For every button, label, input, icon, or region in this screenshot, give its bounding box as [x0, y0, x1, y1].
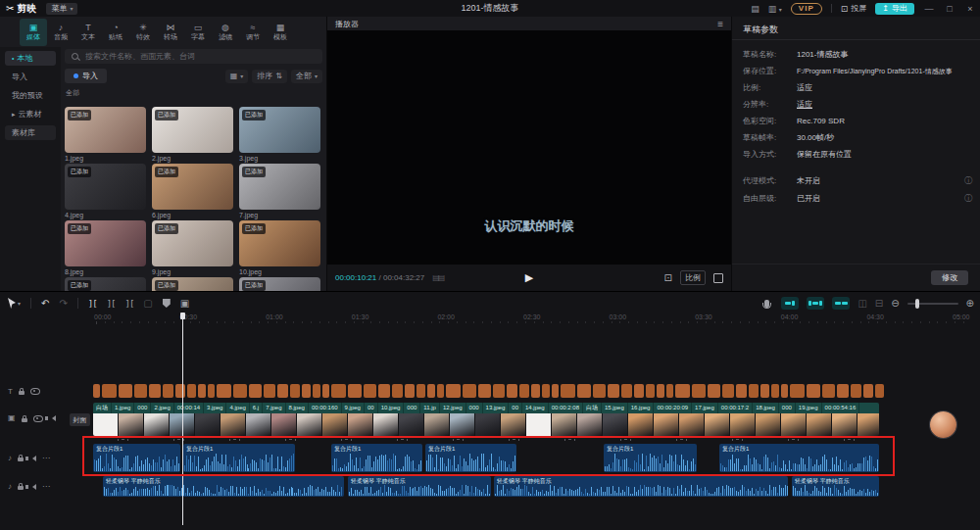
audio-clip[interactable]: 复合片段1 [604, 444, 697, 472]
media-thumbnail[interactable]: 已添加 [152, 277, 233, 291]
auto-snap-toggle[interactable] [807, 297, 824, 310]
subtitle-clip[interactable] [163, 384, 173, 398]
split-view-icon[interactable]: ▤▤ [432, 273, 443, 282]
tab-文本[interactable]: T文本 [74, 19, 102, 46]
subtitle-clip[interactable] [519, 384, 529, 398]
subtitle-clip[interactable] [675, 384, 690, 398]
minimize-button[interactable]: — [923, 4, 935, 14]
info-icon[interactable]: ⓘ [964, 175, 972, 186]
subtitle-clip[interactable] [264, 384, 275, 398]
media-thumbnail[interactable]: 已添加 [65, 107, 146, 153]
maximize-button[interactable]: □ [944, 4, 956, 14]
subtitle-clip[interactable] [781, 384, 788, 398]
more-icon[interactable]: ⋯ [42, 483, 50, 491]
sidebar-item-素材库[interactable]: 素材库 [5, 125, 56, 140]
vip-badge[interactable]: VIP [791, 3, 822, 15]
lock-icon[interactable] [22, 418, 27, 422]
tab-字幕[interactable]: ▭字幕 [184, 19, 212, 46]
subtitle-clip[interactable] [837, 384, 849, 398]
tab-音频[interactable]: ♪音频 [47, 19, 74, 46]
media-thumbnail[interactable]: 已添加 [65, 164, 146, 210]
subtitle-clip[interactable] [348, 384, 362, 398]
close-button[interactable]: × [964, 4, 976, 14]
field-value[interactable]: 适应 [797, 99, 812, 110]
video-track[interactable] [93, 413, 879, 436]
sidebar-item-云素材[interactable]: ▸云素材 [5, 107, 56, 121]
media-item[interactable]: 已添加1.jpeg [65, 107, 146, 162]
subtitle-clip[interactable] [552, 384, 559, 398]
media-thumbnail[interactable]: 已添加 [152, 107, 233, 153]
video-clip-thumbnail[interactable] [679, 413, 704, 436]
subtitle-clip[interactable] [217, 384, 231, 398]
view-mode-button[interactable]: ▦▾ [225, 70, 249, 83]
subtitle-clip[interactable] [119, 384, 132, 398]
video-clip-thumbnail[interactable] [807, 413, 831, 436]
lock-icon[interactable] [18, 458, 24, 461]
video-clip-thumbnail[interactable] [832, 413, 857, 436]
media-item[interactable]: 已添加3.jpeg [239, 107, 320, 162]
zoom-in-button[interactable]: ⊕ [966, 298, 974, 309]
sidebar-item-导入[interactable]: 导入 [5, 70, 56, 84]
media-thumbnail[interactable]: 已添加 [152, 164, 233, 210]
video-clip-thumbnail[interactable] [654, 413, 678, 436]
subtitle-clip[interactable] [542, 384, 550, 398]
split-button[interactable]: ][ [88, 299, 97, 309]
subtitle-clip[interactable] [416, 384, 425, 398]
video-clip-thumbnail[interactable] [526, 413, 551, 436]
video-clip-thumbnail[interactable] [705, 413, 729, 436]
import-button[interactable]: 导入 [65, 69, 107, 83]
subtitle-clip[interactable] [822, 384, 835, 398]
subtitle-clip[interactable] [577, 384, 591, 398]
export-button[interactable]: ↥ 导出 [875, 3, 914, 15]
tab-调节[interactable]: ≈调节 [239, 19, 267, 46]
visibility-icon[interactable] [33, 415, 43, 422]
subtitle-clip[interactable] [771, 384, 779, 398]
menu-button[interactable]: 菜单▾ [46, 3, 77, 15]
subtitle-clip[interactable] [851, 384, 861, 398]
subtitle-clip[interactable] [331, 384, 346, 398]
audio-clip[interactable]: 复合片段1 [425, 444, 516, 472]
audio-clip[interactable]: 复合片段1 [331, 444, 422, 472]
tab-转场[interactable]: ⋈转场 [157, 19, 184, 46]
video-clip-thumbnail[interactable] [322, 413, 347, 436]
subtitle-clip[interactable] [875, 384, 884, 398]
subtitle-clip[interactable] [233, 384, 247, 398]
tab-贴纸[interactable]: ◔贴纸 [102, 19, 129, 46]
cast-button[interactable]: ⊡ 投屏 [841, 3, 867, 14]
audio-clip[interactable]: 复合片段1 [719, 444, 879, 472]
tab-特效[interactable]: ✳特效 [129, 19, 157, 46]
subtitle-clip[interactable] [208, 384, 215, 398]
audio-clip[interactable]: 轻柔钢琴 平静纯音乐 [103, 476, 344, 497]
video-clip-thumbnail[interactable] [348, 413, 372, 436]
video-viewport[interactable]: 认识沉默的时候 [327, 30, 731, 265]
video-track-label-strip[interactable]: 白场1.jpeg0002.jpeg00:00:143.jpeg4.jpeg6.j… [93, 403, 879, 413]
subtitle-clip[interactable] [790, 384, 805, 398]
media-thumbnail[interactable]: 已添加 [239, 220, 320, 266]
subtitle-clip[interactable] [249, 384, 262, 398]
media-item[interactable]: 已添加 [65, 277, 146, 291]
subtitle-clip[interactable] [666, 384, 673, 398]
subtitle-clip[interactable] [493, 384, 505, 398]
media-item[interactable]: 已添加 [152, 277, 233, 291]
subtitle-clip[interactable] [427, 384, 435, 398]
mute-icon[interactable] [32, 456, 36, 461]
media-item[interactable]: 已添加 [239, 277, 320, 291]
delete-left-button[interactable]: ][ [107, 299, 116, 309]
media-thumbnail[interactable]: 已添加 [65, 277, 146, 291]
subtitle-clip[interactable] [302, 384, 311, 398]
video-clip-thumbnail[interactable] [858, 413, 879, 436]
subtitle-clip[interactable] [708, 384, 720, 398]
video-clip-thumbnail[interactable] [119, 413, 143, 436]
redo-button[interactable]: ↷ [59, 298, 67, 309]
delete-right-button[interactable]: ][ [124, 299, 133, 309]
playhead-handle[interactable] [180, 313, 185, 319]
subtitle-clip[interactable] [322, 384, 329, 398]
render-preview-toggle[interactable]: ⊟ [875, 298, 883, 309]
zoom-slider-handle[interactable] [915, 299, 919, 309]
floating-avatar[interactable] [930, 411, 956, 438]
subtitle-clip[interactable] [807, 384, 820, 398]
video-clip-thumbnail[interactable] [424, 413, 449, 436]
video-clip-thumbnail[interactable] [297, 413, 321, 436]
media-thumbnail[interactable]: 已添加 [239, 107, 320, 153]
mask-icon[interactable] [163, 299, 171, 308]
